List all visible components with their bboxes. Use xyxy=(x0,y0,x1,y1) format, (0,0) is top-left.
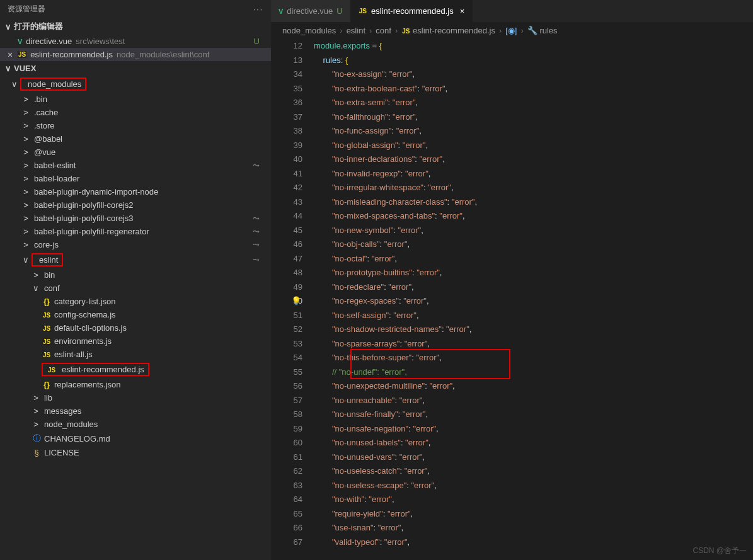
code-area[interactable]: 12133435363738394041424344454647484950💡5… xyxy=(271,39,753,560)
tree-item[interactable]: >node_modules xyxy=(0,418,271,431)
tree-item[interactable]: ∨eslint⤳ xyxy=(0,251,271,268)
tree-item-label: .store xyxy=(34,121,55,130)
code-line[interactable]: "no-irregular-whitespace": "error", xyxy=(314,181,753,195)
tree-item[interactable]: >babel-plugin-polyfill-corejs2 xyxy=(0,198,271,212)
breadcrumb-item[interactable]: conf xyxy=(376,26,391,35)
code-line[interactable]: "no-inner-declarations": "error", xyxy=(314,152,753,167)
tree-item[interactable]: >.store xyxy=(0,119,271,132)
open-editors-header[interactable]: ∨ 打开的编辑器 xyxy=(0,18,271,35)
breadcrumb-item[interactable]: node_modules xyxy=(282,26,336,35)
code-line[interactable]: "no-unreachable": "error", xyxy=(314,394,753,408)
chevron-icon: > xyxy=(32,420,40,429)
code-line[interactable]: "no-shadow-restricted-names": "error", xyxy=(314,323,753,337)
tree-item[interactable]: JSenvironments.js xyxy=(0,334,271,348)
code-line[interactable]: "no-global-assign": "error", xyxy=(314,139,753,153)
code-line[interactable]: "valid-typeof": "error", xyxy=(314,535,753,550)
breadcrumbs[interactable]: node_modules›eslint›conf›JS eslint-recom… xyxy=(271,22,753,39)
editor-tab[interactable]: Vdirective.vueU xyxy=(271,0,351,22)
git-decoration: ⤳ xyxy=(253,214,260,223)
tree-item[interactable]: §LICENSE xyxy=(0,446,271,459)
chevron-icon: > xyxy=(21,108,30,117)
tree-item[interactable]: >bin xyxy=(0,268,271,282)
tree-item-label: node_modules xyxy=(44,420,98,429)
tree-item[interactable]: JSconfig-schema.js xyxy=(0,308,271,321)
tree-item[interactable]: >babel-plugin-dynamic-import-node xyxy=(0,185,271,198)
code-line[interactable]: "no-fallthrough": "error", xyxy=(314,110,753,125)
tree-item-label: .cache xyxy=(34,108,58,117)
code-line[interactable]: "no-prototype-builtins": "error", xyxy=(314,266,753,280)
tree-item[interactable]: ∨node_modules xyxy=(0,76,271,93)
code-source[interactable]: module.exports = { rules: { "no-ex-assig… xyxy=(314,39,753,560)
close-icon[interactable]: × xyxy=(8,50,13,60)
tree-item[interactable]: ∨conf xyxy=(0,282,271,295)
open-editor-item[interactable]: Vdirective.vuesrc\views\testU xyxy=(0,35,271,48)
tree-item[interactable]: >.cache xyxy=(0,106,271,119)
editor-tab[interactable]: JSeslint-recommended.js× xyxy=(351,0,473,22)
code-line[interactable]: "no-extra-semi": "error", xyxy=(314,96,753,110)
code-line[interactable]: "no-unsafe-finally": "error", xyxy=(314,408,753,422)
tree-item[interactable]: >babel-plugin-polyfill-corejs3⤳ xyxy=(0,212,271,225)
line-gutter: 12133435363738394041424344454647484950💡5… xyxy=(271,39,314,560)
tree-item[interactable]: {}replacements.json xyxy=(0,378,271,391)
code-line[interactable]: "no-unexpected-multiline": "error", xyxy=(314,379,753,394)
tree-item[interactable]: >core-js⤳ xyxy=(0,238,271,251)
explorer-title: 资源管理器 xyxy=(8,4,45,14)
code-line[interactable]: "no-extra-boolean-cast": "error", xyxy=(314,82,753,96)
editor-file-name: directive.vue xyxy=(26,37,72,46)
code-line[interactable]: "no-unused-vars": "error", xyxy=(314,450,753,465)
tree-item[interactable]: >@babel xyxy=(0,132,271,146)
code-line[interactable]: "no-sparse-arrays": "error", xyxy=(314,337,753,351)
tree-item[interactable]: ⓘCHANGELOG.md xyxy=(0,431,271,446)
tree-item[interactable]: >babel-plugin-polyfill-regenerator⤳ xyxy=(0,225,271,238)
tree-item-label: core-js xyxy=(34,240,59,249)
tree-item-label: babel-plugin-dynamic-import-node xyxy=(34,187,158,197)
tree-item-label: lib xyxy=(44,393,52,403)
tree-item-label: babel-plugin-polyfill-corejs2 xyxy=(34,200,134,210)
code-line[interactable]: "no-invalid-regexp": "error", xyxy=(314,167,753,181)
code-line[interactable]: "no-new-symbol": "error", xyxy=(314,224,753,238)
tree-item[interactable]: >babel-eslint⤳ xyxy=(0,159,271,172)
tree-item[interactable]: {}category-list.json xyxy=(0,295,271,308)
breadcrumb-item[interactable]: JS eslint-recommended.js xyxy=(401,26,495,35)
tree-item[interactable]: JSeslint-recommended.js xyxy=(0,361,271,378)
code-line[interactable]: "no-unsafe-negation": "error", xyxy=(314,422,753,437)
lightbulb-icon[interactable]: 💡 xyxy=(291,294,301,309)
code-line[interactable]: "no-func-assign": "error", xyxy=(314,124,753,139)
tree-item[interactable]: JSeslint-all.js xyxy=(0,348,271,361)
open-editor-item[interactable]: ×JSeslint-recommended.jsnode_modules\esl… xyxy=(0,48,271,61)
breadcrumb-item[interactable]: eslint xyxy=(347,26,365,35)
code-line[interactable]: "require-yield": "error", xyxy=(314,507,753,522)
code-line[interactable]: "no-octal": "error", xyxy=(314,252,753,266)
tree-item[interactable]: JSdefault-cli-options.js xyxy=(0,321,271,334)
code-line[interactable]: "no-mixed-spaces-and-tabs": "error", xyxy=(314,209,753,224)
code-line[interactable]: "no-regex-spaces": "error", xyxy=(314,294,753,309)
editor-file-path: node_modules\eslint\conf xyxy=(117,50,209,59)
code-line[interactable]: "no-with": "error", xyxy=(314,493,753,507)
close-tab-icon[interactable]: × xyxy=(460,6,465,16)
code-line[interactable]: "no-ex-assign": "error", xyxy=(314,67,753,82)
code-line[interactable]: "no-redeclare": "error", xyxy=(314,280,753,295)
tree-item-label: category-list.json xyxy=(54,297,116,306)
git-decoration: ⤳ xyxy=(253,227,260,236)
more-actions-icon[interactable]: ··· xyxy=(253,5,263,14)
code-line[interactable]: "no-useless-escape": "error", xyxy=(314,479,753,493)
project-header[interactable]: ∨ VUEX xyxy=(0,61,271,76)
code-line[interactable]: "no-unused-labels": "error", xyxy=(314,436,753,450)
code-line[interactable]: // "no-undef": "error", xyxy=(314,365,753,380)
code-line[interactable]: "use-isnan": "error", xyxy=(314,521,753,535)
tree-item[interactable]: >babel-loader xyxy=(0,172,271,185)
code-line[interactable]: "no-this-before-super": "error", xyxy=(314,351,753,365)
tree-item[interactable]: >.bin xyxy=(0,93,271,106)
tree-item[interactable]: >lib xyxy=(0,391,271,404)
breadcrumb-item[interactable]: 🔧 rules xyxy=(527,26,558,35)
code-line[interactable]: module.exports = { xyxy=(314,39,753,54)
breadcrumb-item[interactable]: [◉] xyxy=(505,26,517,35)
tree-item[interactable]: >@vue xyxy=(0,146,271,159)
code-line[interactable]: rules: { xyxy=(314,54,753,68)
tree-item[interactable]: >messages xyxy=(0,404,271,418)
tree-item-label: babel-plugin-polyfill-corejs3 xyxy=(34,214,134,223)
code-line[interactable]: "no-self-assign": "error", xyxy=(314,309,753,323)
code-line[interactable]: "no-misleading-character-class": "error"… xyxy=(314,195,753,210)
code-line[interactable]: "no-useless-catch": "error", xyxy=(314,464,753,479)
code-line[interactable]: "no-obj-calls": "error", xyxy=(314,237,753,252)
